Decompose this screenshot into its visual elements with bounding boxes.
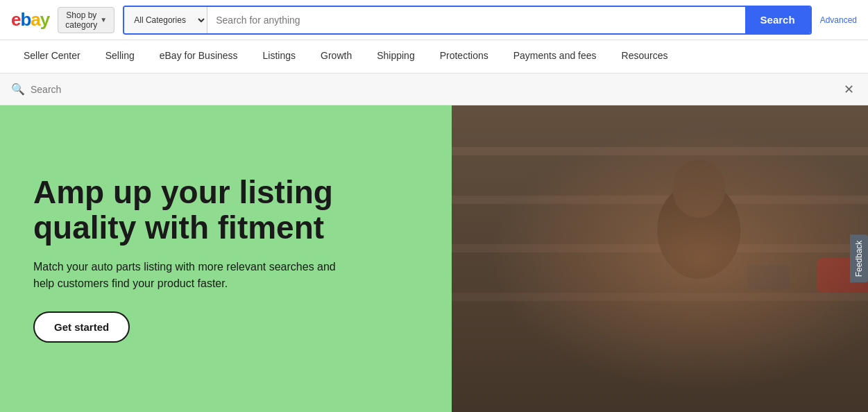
svg-rect-5 <box>452 244 868 252</box>
svg-rect-6 <box>452 293 868 301</box>
hero-image <box>452 105 868 412</box>
hero-subtitle: Match your auto parts listing with more … <box>33 259 339 292</box>
advanced-search-link[interactable]: Advanced <box>820 15 857 25</box>
get-started-button[interactable]: Get started <box>33 311 130 343</box>
main-search-bar: All Categories Search <box>123 6 811 35</box>
ebay-logo[interactable]: ebay <box>11 9 49 31</box>
svg-rect-0 <box>452 105 868 412</box>
shop-by-category-button[interactable]: Shop by category ▼ <box>58 7 114 33</box>
nav-growth[interactable]: Growth <box>308 40 364 74</box>
nav-protections[interactable]: Protections <box>427 40 501 74</box>
hero-title: Amp up your listing quality with fitment <box>33 175 418 245</box>
content-search-row: 🔍 ✕ <box>0 74 868 105</box>
search-icon: 🔍 <box>11 83 25 96</box>
seller-navigation: Seller Center Selling eBay for Business … <box>0 40 868 74</box>
svg-point-7 <box>657 182 740 279</box>
logo-text: ebay <box>11 9 49 31</box>
nav-seller-center[interactable]: Seller Center <box>11 40 93 74</box>
main-search-button[interactable]: Search <box>745 7 810 33</box>
svg-rect-2 <box>452 105 868 412</box>
main-search-input[interactable] <box>207 7 744 33</box>
svg-rect-1 <box>452 105 868 412</box>
shop-by-label: Shop by category <box>65 10 97 30</box>
top-navigation: ebay Shop by category ▼ All Categories S… <box>0 0 868 40</box>
category-select[interactable]: All Categories <box>124 7 207 33</box>
nav-resources[interactable]: Resources <box>609 40 681 74</box>
feedback-button[interactable]: Feedback <box>850 235 868 283</box>
hero-right-panel: Feedback <box>452 105 868 412</box>
svg-point-8 <box>672 160 725 218</box>
content-search-input[interactable] <box>31 84 835 95</box>
nav-ebay-for-business[interactable]: eBay for Business <box>147 40 250 74</box>
hero-left-panel: Amp up your listing quality with fitment… <box>0 105 452 412</box>
nav-selling[interactable]: Selling <box>93 40 147 74</box>
svg-rect-4 <box>452 196 868 204</box>
nav-shipping[interactable]: Shipping <box>364 40 427 74</box>
clear-search-button[interactable]: ✕ <box>841 79 857 100</box>
svg-rect-10 <box>747 265 789 289</box>
svg-rect-3 <box>452 147 868 155</box>
chevron-down-icon: ▼ <box>100 16 107 24</box>
nav-payments-fees[interactable]: Payments and fees <box>501 40 609 74</box>
hero-section: Amp up your listing quality with fitment… <box>0 105 868 412</box>
nav-listings[interactable]: Listings <box>250 40 308 74</box>
